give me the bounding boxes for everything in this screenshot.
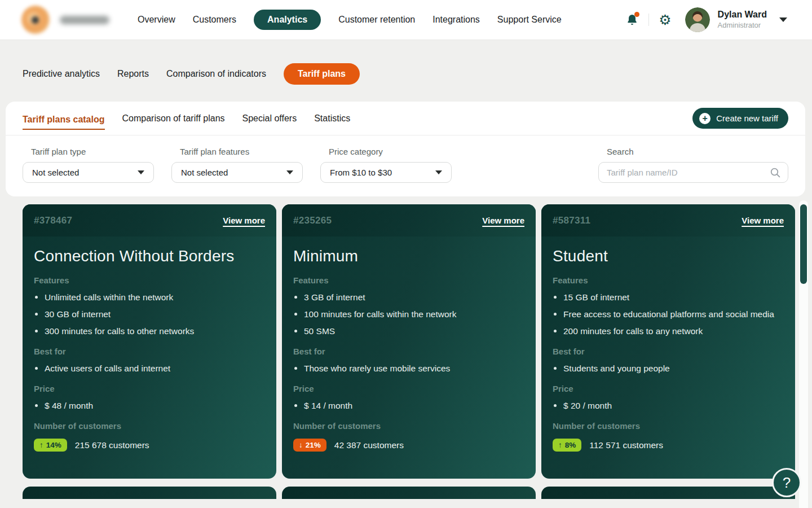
tariff-title: Student	[553, 247, 784, 266]
best-for-list: Students and young people	[553, 362, 784, 374]
settings-gear-icon[interactable]: ⚙	[656, 10, 675, 29]
feature-item: 3 GB of internet	[293, 291, 524, 303]
tariff-title: Connection Without Borders	[34, 247, 265, 266]
subnav-reports[interactable]: Reports	[117, 69, 149, 79]
price-label: Price	[34, 383, 265, 395]
customers-count: 42 387 customers	[334, 440, 404, 450]
price-label: Price	[293, 383, 524, 395]
tariff-id: #378467	[34, 215, 72, 226]
filter-label: Tariff plan features	[180, 147, 303, 156]
user-menu[interactable]: Dylan Ward Administrator	[718, 10, 767, 29]
caret-down-icon	[286, 170, 293, 174]
tab-comparison-of-tariff-plans[interactable]: Comparison of tariff plans	[122, 111, 225, 126]
nav-customer-retention[interactable]: Customer retention	[338, 15, 415, 25]
best-for-item: Those who rarely use mobile services	[293, 362, 524, 374]
caret-down-icon	[138, 170, 144, 174]
tariff-card-587311: #587311 View more Student Features 15 GB…	[541, 204, 795, 479]
change-percent: 8%	[565, 441, 576, 449]
price-item: $ 48 / month	[34, 400, 265, 411]
scrollbar-thumb[interactable]	[800, 204, 807, 284]
view-more-link[interactable]: View more	[482, 216, 524, 225]
price-list: $ 14 / month	[293, 400, 524, 411]
nav-analytics-active[interactable]: Analytics	[254, 10, 321, 30]
nav-integrations[interactable]: Integrations	[433, 15, 480, 25]
nav-overview[interactable]: Overview	[138, 15, 175, 25]
subnav-predictive-analytics[interactable]: Predictive analytics	[23, 69, 100, 79]
help-button[interactable]: ?	[772, 468, 801, 497]
price-category-select[interactable]: From $10 to $30	[320, 162, 452, 183]
header-right-cluster: ⚙ Dylan Ward Administrator	[623, 7, 787, 32]
features-label: Features	[34, 275, 265, 286]
next-row-partial-cards	[0, 487, 812, 499]
tariff-id: #235265	[293, 215, 332, 226]
analytics-subnav: Predictive analytics Reports Comparison …	[0, 40, 812, 85]
top-header: Overview Customers Analytics Customer re…	[0, 0, 812, 40]
price-list: $ 20 / month	[553, 400, 784, 411]
customers-count: 215 678 customers	[75, 440, 149, 450]
tariff-card-header: #587311 View more	[541, 204, 795, 237]
tab-statistics[interactable]: Statistics	[314, 111, 350, 126]
create-new-tariff-label: Create new tariff	[716, 113, 778, 123]
filter-label: Tariff plan type	[31, 147, 154, 156]
partial-tariff-card[interactable]	[541, 487, 795, 499]
brand-logo-wordmark	[60, 16, 109, 24]
chevron-down-icon[interactable]	[779, 17, 787, 22]
filters-row: Tariff plan type Not selected Tariff pla…	[6, 135, 805, 196]
best-for-label: Best for	[553, 346, 784, 357]
features-list: 15 GB of internet Free access to educati…	[553, 291, 784, 337]
tariff-cards-row: #378467 View more Connection Without Bor…	[0, 204, 812, 479]
customers-label: Number of customers	[34, 421, 265, 432]
tariff-plan-features-select[interactable]: Not selected	[171, 162, 303, 183]
price-list: $ 48 / month	[34, 400, 265, 411]
filter-tariff-plan-type: Tariff plan type Not selected	[23, 147, 154, 183]
create-new-tariff-button[interactable]: + Create new tariff	[692, 108, 788, 129]
main-nav: Overview Customers Analytics Customer re…	[138, 10, 562, 30]
customers-row: ↓ 21% 42 387 customers	[293, 439, 524, 452]
tariff-card-378467: #378467 View more Connection Without Bor…	[23, 204, 276, 479]
user-avatar[interactable]	[685, 7, 710, 32]
view-more-link[interactable]: View more	[223, 216, 265, 225]
search-icon[interactable]	[770, 167, 781, 178]
best-for-label: Best for	[34, 346, 265, 357]
customers-label: Number of customers	[293, 421, 524, 432]
subnav-comparison-of-indicators[interactable]: Comparison of indicators	[166, 69, 266, 79]
features-label: Features	[293, 275, 524, 286]
catalog-tabs: Tariff plans catalog Comparison of tarif…	[6, 102, 805, 135]
tariff-card-header: #235265 View more	[282, 204, 536, 237]
brand-logo-icon	[21, 6, 50, 34]
filter-price-category: Price category From $10 to $30	[320, 147, 452, 183]
tab-special-offers[interactable]: Special offers	[242, 111, 297, 126]
subnav-tariff-plans-active[interactable]: Tariff plans	[284, 63, 360, 85]
user-name: Dylan Ward	[718, 10, 767, 20]
customers-label: Number of customers	[553, 421, 784, 432]
feature-item: 300 minutes for calls to other networks	[34, 325, 265, 337]
view-more-link[interactable]: View more	[742, 216, 784, 225]
features-list: Unlimited calls within the network 30 GB…	[34, 291, 265, 337]
partial-tariff-card[interactable]	[23, 487, 276, 499]
search-input[interactable]	[607, 168, 770, 177]
tariff-plan-type-select[interactable]: Not selected	[23, 162, 154, 183]
best-for-list: Those who rarely use mobile services	[293, 362, 524, 374]
best-for-label: Best for	[293, 346, 524, 357]
filter-tariff-plan-features: Tariff plan features Not selected	[171, 147, 303, 183]
feature-item: 15 GB of internet	[553, 291, 784, 303]
search-label: Search	[607, 147, 788, 156]
select-value: Not selected	[181, 168, 228, 177]
decline-badge: ↓ 21%	[293, 439, 326, 452]
scrollbar-track[interactable]	[799, 200, 808, 508]
partial-tariff-card[interactable]	[282, 487, 536, 499]
nav-customers[interactable]: Customers	[193, 15, 236, 25]
feature-item: 30 GB of internet	[34, 308, 265, 320]
tab-tariff-plans-catalog[interactable]: Tariff plans catalog	[23, 112, 105, 130]
avatar-image	[685, 7, 710, 32]
plus-icon: +	[699, 113, 710, 124]
change-percent: 14%	[46, 441, 61, 449]
notification-bell-icon[interactable]	[623, 10, 642, 29]
caret-down-icon	[435, 170, 442, 174]
best-for-item: Students and young people	[553, 362, 784, 374]
brand-logo[interactable]	[21, 6, 109, 34]
nav-support-service[interactable]: Support Service	[497, 15, 562, 25]
tariff-title: Minimum	[293, 247, 524, 266]
arrow-up-icon: ↑	[558, 441, 562, 449]
user-role: Administrator	[718, 21, 767, 30]
